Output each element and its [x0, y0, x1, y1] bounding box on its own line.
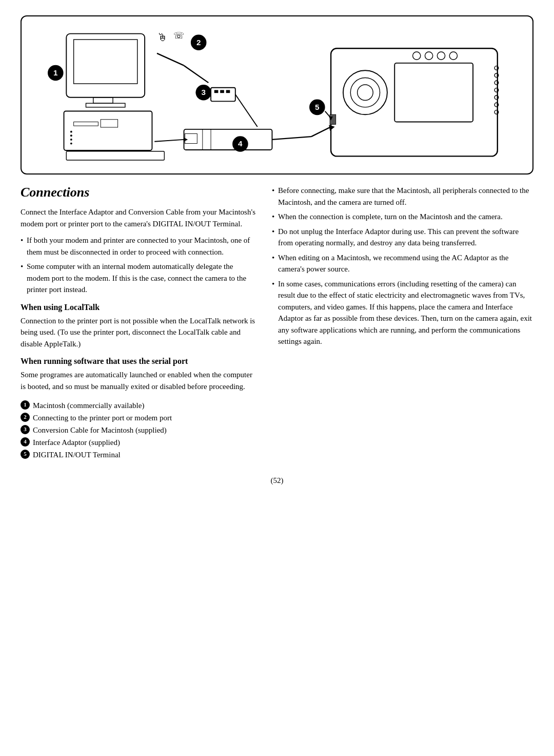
- right-list-item-5: In some cases, communications errors (in…: [272, 278, 533, 347]
- svg-text:3: 3: [201, 88, 206, 96]
- numbered-item-2: 2 Connecting to the printer port or mode…: [21, 412, 256, 424]
- svg-text:🖰: 🖰: [157, 31, 168, 43]
- svg-rect-22: [211, 88, 235, 102]
- svg-marker-37: [329, 125, 334, 130]
- connection-diagram: 1 🖰 ☏ 2 3 4: [37, 27, 517, 163]
- svg-text:4: 4: [238, 139, 243, 148]
- num-badge-4: 4: [21, 437, 30, 447]
- svg-point-8: [70, 134, 72, 137]
- svg-point-45: [437, 52, 445, 60]
- svg-point-41: [358, 85, 373, 101]
- svg-text:5: 5: [315, 103, 320, 111]
- numbered-item-5: 5 DIGITAL IN/OUT Terminal: [21, 449, 256, 461]
- svg-rect-30: [185, 133, 197, 143]
- numbered-list: 1 Macintosh (commercially available) 2 C…: [21, 399, 256, 461]
- right-column: Before connecting, make sure that the Ma…: [272, 185, 533, 461]
- left-bullet-list: If both your modem and printer are conne…: [21, 235, 256, 296]
- svg-point-9: [70, 139, 72, 141]
- left-column: Connections Connect the Interface Adapto…: [21, 185, 256, 461]
- svg-rect-42: [394, 63, 473, 122]
- svg-point-44: [425, 52, 432, 60]
- right-list-item-4: When editing on a Macintosh, we recommen…: [272, 252, 533, 275]
- list-item: If both your modem and printer are conne…: [21, 235, 256, 258]
- page-number: (52): [0, 476, 554, 495]
- svg-line-35: [272, 137, 311, 140]
- subsection2-title: When running software that uses the seri…: [21, 357, 256, 366]
- right-bullet-list: Before connecting, make sure that the Ma…: [272, 185, 533, 347]
- num-badge-5: 5: [21, 450, 30, 459]
- svg-point-10: [70, 143, 72, 145]
- svg-point-39: [343, 70, 387, 114]
- svg-line-19: [184, 66, 209, 83]
- section-title: Connections: [21, 185, 256, 200]
- numbered-item-4: 4 Interface Adaptor (supplied): [21, 436, 256, 449]
- svg-line-26: [235, 94, 258, 127]
- svg-rect-25: [226, 90, 230, 93]
- numbered-item-1: 1 Macintosh (commercially available): [21, 399, 256, 412]
- svg-point-7: [70, 131, 72, 133]
- content-area: Connections Connect the Interface Adapto…: [21, 185, 533, 461]
- svg-line-18: [157, 53, 184, 66]
- svg-marker-32: [184, 138, 188, 142]
- intro-text: Connect the Interface Adaptor and Conver…: [21, 206, 256, 229]
- num-badge-1: 1: [21, 400, 30, 410]
- svg-rect-6: [101, 120, 117, 127]
- right-list-item-2: When the connection is complete, turn on…: [272, 211, 533, 223]
- num-badge-2: 2: [21, 413, 30, 422]
- svg-rect-1: [74, 40, 137, 84]
- svg-rect-3: [86, 103, 125, 107]
- svg-line-36: [311, 127, 331, 137]
- num-badge-3: 3: [21, 425, 30, 434]
- svg-text:☏: ☏: [173, 30, 184, 41]
- svg-rect-2: [93, 98, 113, 103]
- svg-line-31: [154, 140, 184, 142]
- svg-text:2: 2: [196, 38, 201, 47]
- svg-rect-4: [64, 111, 152, 150]
- subsection1-text: Connection to the printer port is not po…: [21, 315, 256, 350]
- svg-rect-11: [66, 151, 164, 160]
- subsection2-text: Some programes are automatically launche…: [21, 369, 256, 392]
- svg-rect-23: [214, 90, 219, 93]
- right-list-item-3: Do not unplug the Interface Adaptor duri…: [272, 226, 533, 249]
- svg-rect-0: [66, 34, 145, 98]
- svg-point-40: [350, 78, 380, 107]
- svg-point-46: [449, 52, 457, 60]
- svg-rect-5: [74, 122, 98, 126]
- subsection1-title: When using LocalTalk: [21, 303, 256, 312]
- svg-point-43: [413, 52, 421, 60]
- list-item: Some computer with an internal modem aut…: [21, 261, 256, 296]
- numbered-item-3: 3 Conversion Cable for Macintosh (suppli…: [21, 424, 256, 436]
- svg-rect-24: [220, 90, 224, 93]
- right-list-item-1: Before connecting, make sure that the Ma…: [272, 185, 533, 208]
- diagram-container: 1 🖰 ☏ 2 3 4: [21, 15, 533, 175]
- svg-text:1: 1: [53, 68, 58, 77]
